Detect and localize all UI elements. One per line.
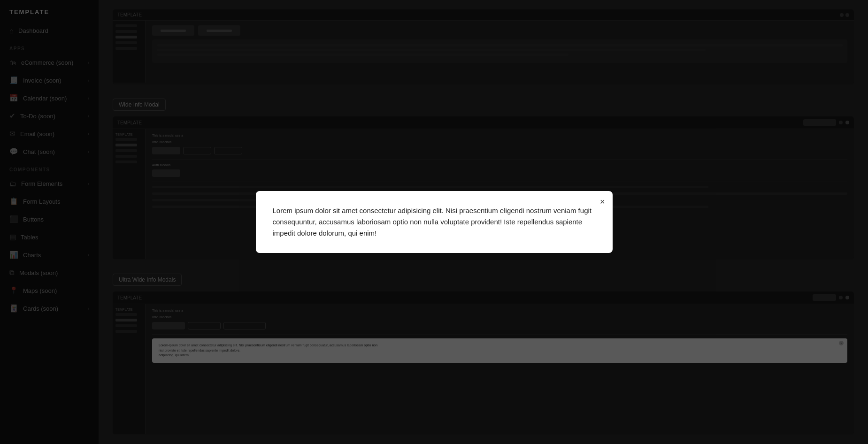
- modal-close-button[interactable]: ×: [600, 198, 605, 206]
- modal-body-text: Lorem ipsum dolor sit amet consectetur a…: [273, 205, 596, 239]
- modal-box: × Lorem ipsum dolor sit amet consectetur…: [256, 191, 613, 253]
- modal-overlay[interactable]: × Lorem ipsum dolor sit amet consectetur…: [0, 0, 868, 444]
